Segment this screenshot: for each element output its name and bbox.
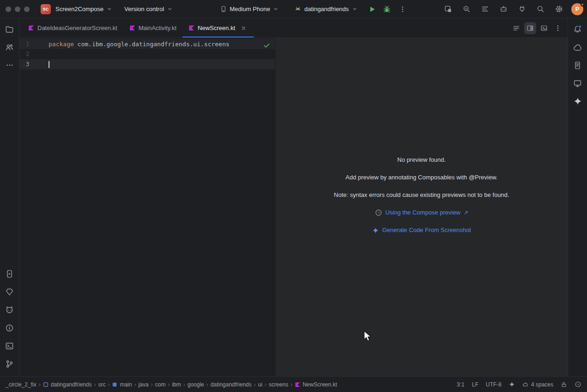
breadcrumb-item[interactable]: google	[187, 381, 204, 388]
close-tab-button[interactable]	[239, 24, 248, 32]
breadcrumb-item[interactable]: NewScreen.kt	[295, 381, 337, 388]
breadcrumb-item[interactable]: _circle_2_fix	[6, 381, 37, 388]
project-tool-button[interactable]	[3, 22, 17, 36]
gemini-sparkle-icon	[574, 97, 582, 105]
split-view-button[interactable]	[524, 22, 536, 34]
chevron-down-icon	[352, 6, 358, 12]
device-selector[interactable]: Medium Phone	[220, 6, 279, 12]
line-number[interactable]: 2	[19, 51, 49, 57]
version-control-button[interactable]	[3, 357, 17, 371]
avatar[interactable]: P	[571, 3, 583, 15]
caret-position-widget[interactable]: 3:1	[457, 381, 465, 388]
notifications-button[interactable]	[571, 22, 585, 36]
structure-button[interactable]	[479, 3, 491, 15]
breadcrumb-separator: ›	[288, 381, 295, 388]
android-app-icon	[294, 6, 301, 12]
layout-inspector-button[interactable]	[442, 3, 454, 15]
generate-code-link[interactable]: Generate Code From Screenshot	[372, 226, 471, 234]
find-action-button[interactable]: A	[460, 3, 472, 15]
ellipsis-icon	[6, 61, 14, 69]
project-menu-label: Screen2Compose	[55, 6, 104, 12]
tab-dateideasgeneratorscreen[interactable]: DateIdeasGeneratorScreen.kt	[22, 18, 123, 37]
editor-line: 2	[19, 49, 275, 59]
right-tool-stripe	[568, 18, 587, 376]
breadcrumb-separator: ›	[105, 381, 112, 388]
settings-button[interactable]	[553, 3, 565, 15]
more-vertical-icon	[399, 6, 406, 13]
problems-button[interactable]	[3, 321, 17, 335]
device-manager-button[interactable]	[3, 285, 17, 299]
window-controls	[6, 6, 30, 12]
preview-hint: Note: syntax errors could cause existing…	[334, 191, 509, 199]
left-tool-stripe	[0, 18, 19, 376]
run-toolbar: Medium Phone datingandfriends	[220, 0, 409, 18]
emulator-button[interactable]	[571, 76, 585, 90]
module-icon	[43, 382, 49, 387]
git-branch-icon	[5, 360, 14, 368]
gemini-button[interactable]	[571, 94, 585, 108]
breadcrumb-item[interactable]: src	[98, 381, 105, 388]
breadcrumb-item[interactable]: ibm	[172, 381, 181, 388]
breadcrumb-item[interactable]: screens	[269, 381, 288, 388]
more-run-actions-button[interactable]	[397, 3, 409, 15]
breadcrumb-label: datingandfriends	[51, 381, 92, 388]
run-button[interactable]	[366, 3, 378, 15]
breadcrumb-item[interactable]: datingandfriends	[211, 381, 252, 388]
line-number[interactable]: 3	[19, 61, 49, 67]
indent-widget[interactable]: 4 spaces	[522, 381, 553, 388]
cat-icon	[5, 306, 14, 314]
text-caret	[49, 61, 49, 68]
zoom-window-button[interactable]	[24, 6, 30, 12]
ai-sparkle-widget[interactable]	[509, 381, 515, 387]
breadcrumb-item[interactable]: ui	[258, 381, 262, 388]
plugins-button[interactable]	[516, 3, 528, 15]
breadcrumb: _circle_2_fix › datingandfriends › src ›…	[6, 381, 337, 388]
inspections-widget[interactable]	[263, 42, 270, 49]
close-window-button[interactable]	[6, 6, 11, 12]
breadcrumb-item[interactable]: com	[155, 381, 165, 388]
breadcrumb-label: NewScreen.kt	[303, 381, 337, 388]
code-view-button[interactable]	[510, 22, 522, 34]
device-explorer-button[interactable]	[571, 58, 585, 72]
tab-label: MainActivity.kt	[139, 24, 177, 31]
search-everywhere-button[interactable]	[534, 3, 546, 15]
more-tool-windows-button[interactable]	[3, 58, 17, 72]
more-vertical-icon	[554, 24, 562, 32]
generate-link-label: Generate Code From Screenshot	[382, 226, 471, 234]
ai-assistant-button[interactable]	[497, 3, 509, 15]
close-icon	[240, 25, 247, 31]
code-keyword: package	[49, 41, 74, 48]
logcat-button[interactable]	[3, 303, 17, 317]
code-editor[interactable]: 1 package com.ibm.google.datingandfriend…	[19, 38, 275, 376]
gradle-button[interactable]	[571, 40, 585, 54]
breadcrumb-label: ibm	[172, 381, 181, 388]
resource-manager-button[interactable]	[3, 40, 17, 54]
line-ending-widget[interactable]: LF	[472, 381, 478, 388]
inspections-status-widget[interactable]	[575, 381, 581, 388]
encoding-widget[interactable]: UTF-8	[486, 381, 501, 388]
tab-newscreen[interactable]: NewScreen.kt	[183, 18, 254, 37]
minimize-window-button[interactable]	[15, 6, 20, 12]
terminal-button[interactable]	[3, 339, 17, 353]
run-config-selector[interactable]: datingandfriends	[294, 6, 357, 12]
line-number[interactable]: 1	[19, 41, 49, 47]
project-menu[interactable]: Screen2Compose	[55, 6, 112, 12]
svg-text:?: ?	[378, 211, 379, 215]
kotlin-file-icon	[295, 382, 300, 387]
breadcrumb-label: java	[138, 381, 148, 388]
breadcrumb-label: _circle_2_fix	[6, 381, 37, 388]
breadcrumb-label: datingandfriends	[211, 381, 252, 388]
running-devices-button[interactable]	[3, 267, 17, 281]
breadcrumb-item[interactable]: java	[138, 381, 148, 388]
readonly-toggle[interactable]	[561, 381, 567, 388]
editor-more-button[interactable]	[552, 22, 564, 34]
statusbar-widgets: 3:1 LF UTF-8 4 spaces	[457, 381, 581, 388]
design-view-button[interactable]	[538, 22, 550, 34]
debug-button[interactable]	[381, 3, 393, 15]
tab-mainactivity[interactable]: MainActivity.kt	[123, 18, 183, 37]
breadcrumb-item[interactable]: main	[112, 381, 132, 388]
vcs-menu[interactable]: Version control	[124, 6, 173, 12]
breadcrumb-item[interactable]: datingandfriends	[43, 381, 92, 388]
check-icon	[263, 42, 270, 49]
compose-preview-help-link[interactable]: ? Using the Compose preview ↗	[375, 208, 469, 217]
